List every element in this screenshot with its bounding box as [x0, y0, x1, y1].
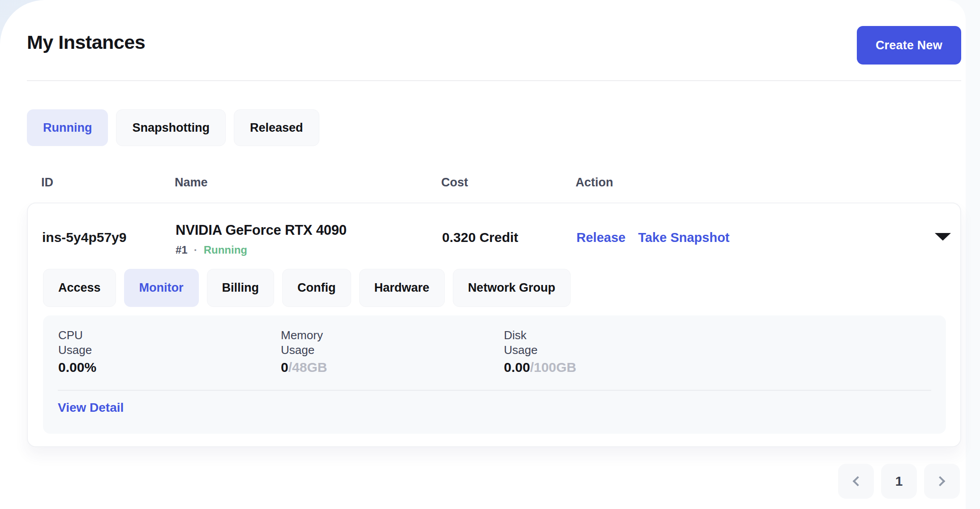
instance-row-card: ins-5y4p57y9 NVIDIA GeForce RTX 4090 #1 …: [27, 203, 961, 447]
status-filter-tabs: Running Snapshotting Released: [27, 109, 319, 146]
chevron-right-icon: [935, 476, 946, 487]
cpu-usage-stat: CPU Usage 0.00%: [58, 328, 96, 375]
column-header-id: ID: [41, 176, 53, 190]
memory-usage-stat: Memory Usage 0/48GB: [281, 328, 327, 375]
page-title: My Instances: [27, 26, 145, 53]
caret-down-icon[interactable]: [935, 233, 951, 241]
monitor-panel: CPU Usage 0.00% Memory Usage 0/48GB Di: [43, 315, 946, 434]
instance-subline: #1 · Running: [176, 244, 347, 256]
pagination-prev-button[interactable]: [838, 464, 874, 499]
memory-usage-max: /48GB: [288, 360, 327, 375]
filter-tab-released[interactable]: Released: [234, 109, 319, 146]
instance-name-cell: NVIDIA GeForce RTX 4090 #1 · Running: [176, 222, 347, 256]
cpu-usage-value: 0.00%: [58, 360, 96, 375]
disk-usage-stat: Disk Usage 0.00/100GB: [504, 328, 576, 375]
instance-index: #1: [176, 244, 188, 256]
instance-name: NVIDIA GeForce RTX 4090: [176, 222, 347, 238]
tab-billing[interactable]: Billing: [207, 269, 275, 307]
pagination: 1: [838, 464, 960, 499]
take-snapshot-link[interactable]: Take Snapshot: [638, 230, 730, 245]
instance-actions: Release Take Snapshot: [576, 230, 730, 245]
tab-hardware[interactable]: Hardware: [359, 269, 445, 307]
release-link[interactable]: Release: [576, 230, 626, 245]
column-header-cost: Cost: [441, 176, 468, 190]
view-detail-link[interactable]: View Detail: [58, 401, 124, 415]
instance-detail-tabs: Access Monitor Billing Config Hardware N…: [43, 269, 571, 307]
header-divider: [27, 80, 961, 81]
column-header-name: Name: [175, 176, 208, 190]
table-header-row: ID Name Cost Action: [27, 176, 961, 192]
tab-monitor[interactable]: Monitor: [124, 269, 199, 307]
status-badge: Running: [204, 244, 247, 256]
page-header: My Instances Create New: [27, 26, 961, 65]
tab-access[interactable]: Access: [43, 269, 116, 307]
column-header-action: Action: [576, 176, 613, 190]
main-content-sheet: My Instances Create New Running Snapshot…: [0, 0, 966, 509]
tab-config[interactable]: Config: [282, 269, 351, 307]
disk-label-line2: Usage: [504, 343, 576, 358]
disk-usage-max: /100GB: [530, 360, 576, 375]
filter-tab-running[interactable]: Running: [27, 109, 108, 146]
chevron-left-icon: [853, 476, 863, 487]
pagination-next-button[interactable]: [924, 464, 960, 499]
disk-usage-value: 0.00: [504, 360, 530, 375]
panel-divider: [58, 390, 931, 391]
memory-label-line2: Usage: [281, 343, 327, 358]
cpu-label-line1: CPU: [58, 328, 96, 343]
memory-usage-value: 0: [281, 360, 288, 375]
disk-label-line1: Disk: [504, 328, 576, 343]
memory-label-line1: Memory: [281, 328, 327, 343]
pagination-page-1-button[interactable]: 1: [881, 464, 917, 499]
instance-id: ins-5y4p57y9: [42, 230, 126, 245]
filter-tab-snapshotting[interactable]: Snapshotting: [116, 109, 225, 146]
create-new-button[interactable]: Create New: [857, 26, 961, 65]
cpu-label-line2: Usage: [58, 343, 96, 358]
separator-dot: ·: [194, 244, 198, 256]
tab-network-group[interactable]: Network Group: [453, 269, 571, 307]
instance-cost: 0.320 Credit: [442, 230, 518, 245]
